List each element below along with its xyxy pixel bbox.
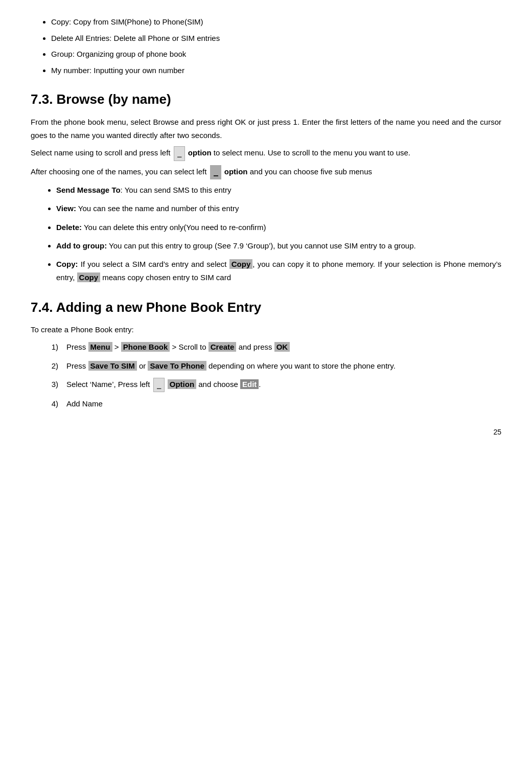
menu-highlight: Menu <box>88 342 112 352</box>
step-1: 1) Press Menu > Phone Book > Scroll to C… <box>46 340 501 354</box>
top-bullet-list: Copy: Copy from SIM(Phone) to Phone(SIM)… <box>51 15 501 77</box>
phonebook-highlight: Phone Book <box>121 342 170 352</box>
submenu-send-message: Send Message To: You can send SMS to thi… <box>56 184 501 197</box>
submenu-add-to-group: Add to group: You can put this entry to … <box>56 239 501 253</box>
bullet-copy: Copy: Copy from SIM(Phone) to Phone(SIM) <box>51 15 501 29</box>
page-number: 25 <box>31 426 501 438</box>
bullet-group: Group: Organizing group of phone book <box>51 48 501 61</box>
section-74-intro: To create a Phone Book entry: <box>31 323 501 336</box>
bullet-my-number: My number: Inputting your own number <box>51 64 501 77</box>
section-73-heading: 7.3. Browse (by name) <box>31 89 501 110</box>
option-button-3: ⎯ <box>153 378 165 393</box>
option-label-highlighted: option <box>224 167 248 176</box>
copy-highlight-1: Copy <box>229 259 253 269</box>
submenu-view: View: You can see the name and number of… <box>56 202 501 215</box>
step-4: 4) Add Name <box>46 397 501 411</box>
option-highlight: Option <box>168 379 196 389</box>
section-74-heading: 7.4. Adding a new Phone Book Entry <box>31 297 501 318</box>
copy-highlight-2: Copy <box>77 272 101 282</box>
step-2: 2) Press Save To SIM or Save To Phone de… <box>46 359 501 373</box>
submenu-list: Send Message To: You can send SMS to thi… <box>56 184 501 285</box>
section-73-para2: Select name using to scroll and press le… <box>31 146 501 161</box>
create-highlight: Create <box>209 342 237 352</box>
section-73-para1: From the phone book menu, select Browse … <box>31 116 501 143</box>
ok-highlight: OK <box>274 342 290 352</box>
step-3: 3) Select ‘Name’, Press left ⎯ Option an… <box>46 378 501 393</box>
option-button-1: ⎯ <box>174 146 185 161</box>
steps-list: 1) Press Menu > Phone Book > Scroll to C… <box>46 340 501 411</box>
edit-highlight: Edit <box>240 379 259 389</box>
submenu-copy: Copy: If you select a SIM card’s entry a… <box>56 258 501 285</box>
option-button-2: ⎯ <box>210 165 221 180</box>
save-to-sim-highlight: Save To SIM <box>88 361 137 371</box>
save-to-phone-highlight: Save To Phone <box>148 361 206 371</box>
bullet-delete-all: Delete All Entries: Delete all Phone or … <box>51 32 501 45</box>
section-73-para3: After choosing one of the names, you can… <box>31 165 501 180</box>
submenu-delete: Delete: You can delete this entry only(Y… <box>56 221 501 234</box>
